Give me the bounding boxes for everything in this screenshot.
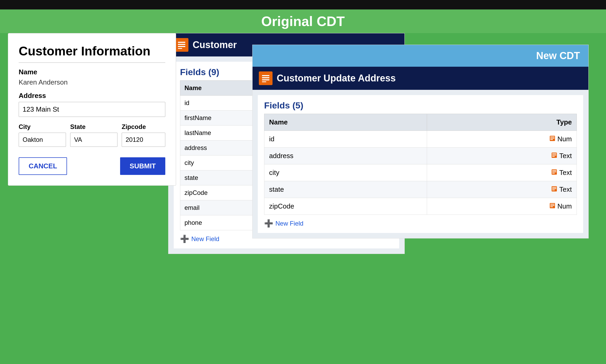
- table-row: city Text: [264, 164, 577, 181]
- new-cdt-panel: New CDT Customer Update Address Fields (…: [252, 45, 589, 238]
- new-type-header: Type: [427, 114, 577, 131]
- svg-rect-9: [262, 77, 269, 78]
- page-title: Original CDT: [261, 13, 345, 29]
- new-cdt-blue-header: New CDT: [253, 45, 588, 67]
- original-cdt-title: Customer: [193, 39, 237, 50]
- svg-rect-8: [262, 75, 269, 76]
- svg-rect-13: [550, 137, 554, 137]
- svg-rect-17: [552, 153, 556, 154]
- form-title: Customer Information: [19, 44, 165, 63]
- svg-rect-30: [550, 205, 554, 206]
- table-row: state Text: [264, 181, 577, 198]
- new-cdt-dark-header: Customer Update Address: [253, 67, 588, 90]
- svg-rect-27: [552, 190, 555, 190]
- original-new-field[interactable]: ➕ New Field: [180, 235, 219, 243]
- type-icon: [549, 203, 555, 210]
- cancel-button[interactable]: CANCEL: [19, 157, 67, 175]
- new-cdt-body: Fields (5) Name Type id: [253, 90, 588, 238]
- original-cdt-icon: [175, 38, 188, 52]
- svg-rect-15: [550, 139, 553, 140]
- green-header: Original CDT: [0, 9, 606, 33]
- table-row: address Text: [264, 148, 577, 164]
- new-field-name: city: [264, 164, 427, 181]
- svg-rect-25: [552, 187, 556, 188]
- new-field-name: zipCode: [264, 198, 427, 215]
- svg-rect-26: [552, 188, 556, 189]
- zipcode-input[interactable]: [122, 133, 165, 147]
- svg-rect-29: [550, 204, 554, 205]
- state-label: State: [70, 123, 117, 131]
- address-input[interactable]: [19, 102, 165, 117]
- plus-circle-icon: ➕: [180, 235, 189, 243]
- new-field-name: id: [264, 131, 427, 148]
- new-fields-table: Name Type id Num: [264, 114, 577, 215]
- svg-rect-31: [550, 206, 553, 207]
- city-input[interactable]: [19, 133, 66, 147]
- submit-button[interactable]: SUBMIT: [120, 157, 165, 175]
- table-row: id Num: [264, 131, 577, 148]
- svg-rect-11: [262, 81, 266, 82]
- plus-circle-icon-new: ➕: [264, 219, 273, 228]
- svg-rect-1: [178, 44, 185, 45]
- new-fields-title: Fields (5): [264, 100, 577, 111]
- new-cdt-header-label: New CDT: [536, 50, 580, 61]
- svg-rect-3: [178, 48, 182, 49]
- new-field-type: Text: [427, 148, 577, 164]
- svg-rect-18: [552, 155, 556, 155]
- svg-rect-10: [262, 79, 269, 80]
- new-field-name: address: [264, 148, 427, 164]
- svg-rect-21: [552, 170, 556, 171]
- new-name-header: Name: [264, 114, 427, 131]
- new-field-type: Text: [427, 164, 577, 181]
- name-label: Name: [19, 68, 165, 76]
- new-cdt-icon: [259, 71, 273, 85]
- svg-rect-22: [552, 171, 556, 172]
- zipcode-label: Zipcode: [122, 123, 165, 131]
- new-cdt-title: Customer Update Address: [277, 73, 396, 84]
- svg-rect-23: [552, 173, 555, 174]
- state-input[interactable]: [70, 133, 117, 147]
- type-icon: [551, 169, 557, 176]
- new-cdt-inner: Fields (5) Name Type id: [258, 95, 583, 233]
- new-cdt-new-field[interactable]: ➕ New Field: [264, 219, 304, 228]
- type-icon: [551, 186, 557, 193]
- type-icon: [549, 136, 555, 143]
- new-field-label: New Field: [191, 235, 219, 243]
- address-label: Address: [19, 92, 165, 100]
- svg-rect-2: [178, 46, 185, 47]
- new-field-name: state: [264, 181, 427, 198]
- new-field-type: Text: [427, 181, 577, 198]
- city-label: City: [19, 123, 66, 131]
- type-icon: [551, 152, 557, 160]
- customer-form-panel: Customer Information Name Karen Anderson…: [8, 33, 176, 186]
- new-field-type: Num: [427, 131, 577, 148]
- new-field-label-new: New Field: [275, 220, 304, 227]
- svg-rect-0: [178, 42, 185, 43]
- new-field-type: Num: [427, 198, 577, 215]
- svg-rect-19: [552, 156, 555, 157]
- name-value: Karen Anderson: [19, 78, 165, 86]
- table-row: zipCode Num: [264, 198, 577, 215]
- top-bar: [0, 0, 606, 9]
- svg-rect-14: [550, 138, 554, 139]
